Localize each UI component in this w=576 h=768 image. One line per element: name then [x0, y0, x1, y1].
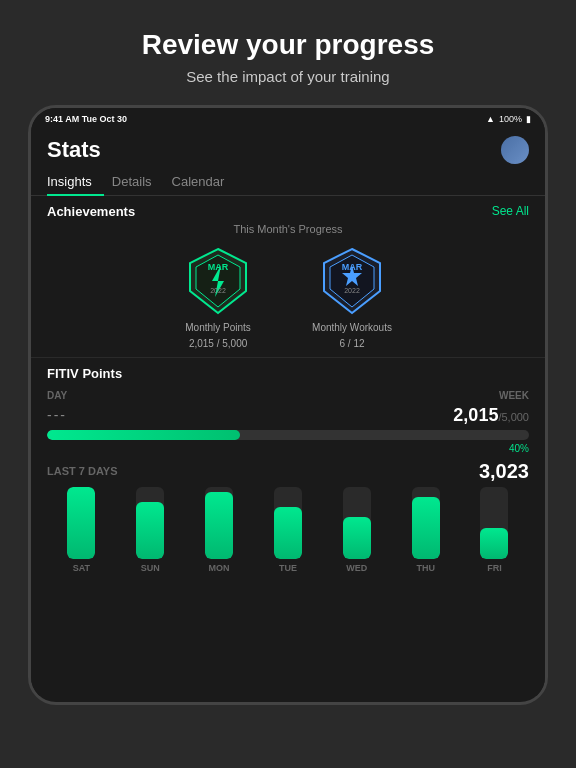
badges-row: MAR 2022 Monthly Points 2,015 / 5,000 MA… [31, 241, 545, 357]
status-icons: ▲ 100% ▮ [486, 114, 531, 124]
bar-col-tue: TUE [274, 487, 302, 573]
week-points: 2,015 [453, 405, 498, 425]
week-points-group: 2,015/5,000 [453, 405, 529, 426]
week-label: WEEK [499, 390, 529, 401]
tabs-bar: Insights Details Calendar [31, 168, 545, 196]
app-title: Stats [47, 137, 101, 163]
tab-calendar[interactable]: Calendar [172, 168, 237, 195]
svg-text:MAR: MAR [342, 262, 363, 272]
last7-value: 3,023 [479, 460, 529, 483]
progress-bar-container [47, 430, 529, 440]
bar-day-label-wed: WED [346, 563, 367, 573]
badge-monthly-points[interactable]: MAR 2022 Monthly Points 2,015 / 5,000 [184, 245, 252, 349]
badge-monthly-workouts[interactable]: MAR 2022 Monthly Workouts 6 / 12 [312, 245, 392, 349]
badge-2-label: Monthly Workouts [312, 321, 392, 334]
tab-insights[interactable]: Insights [47, 168, 104, 195]
last7-label: LAST 7 DAYS [47, 465, 118, 477]
svg-text:2022: 2022 [210, 287, 226, 294]
fitiv-header: FITIV Points [31, 357, 545, 386]
badge-shape-2: MAR 2022 [318, 245, 386, 317]
device-frame: 9:41 AM Tue Oct 30 ▲ 100% ▮ Stats Insigh… [28, 105, 548, 705]
tab-details[interactable]: Details [112, 168, 164, 195]
bar-col-sun: SUN [136, 487, 164, 573]
bar-col-wed: WED [343, 487, 371, 573]
promo-subtitle: See the impact of your training [20, 68, 556, 85]
bar-chart: SATSUNMONTUEWEDTHUFRI [31, 485, 545, 575]
achievements-title: Achievements [47, 204, 135, 219]
bar-col-thu: THU [412, 487, 440, 573]
dash-row: --- 2,015/5,000 [31, 403, 545, 430]
avatar[interactable] [501, 136, 529, 164]
battery-label: 100% [499, 114, 522, 124]
bar-col-mon: MON [205, 487, 233, 573]
promo-title: Review your progress [20, 28, 556, 62]
bar-col-sat: SAT [67, 487, 95, 573]
last7-row: LAST 7 DAYS 3,023 [31, 454, 545, 485]
svg-text:2022: 2022 [344, 287, 360, 294]
badge-shape-1: MAR 2022 [184, 245, 252, 317]
bar-day-label-mon: MON [209, 563, 230, 573]
bar-day-label-thu: THU [416, 563, 435, 573]
percent-label: 40% [31, 442, 545, 454]
progress-bar-fill [47, 430, 240, 440]
achievements-header: Achievements See All [31, 196, 545, 223]
status-bar: 9:41 AM Tue Oct 30 ▲ 100% ▮ [31, 108, 545, 128]
app-content: Stats Insights Details Calendar Achievem… [31, 128, 545, 696]
badge-1-label: Monthly Points [185, 321, 251, 334]
app-header: Stats [31, 128, 545, 168]
wifi-icon: ▲ [486, 114, 495, 124]
bar-day-label-fri: FRI [487, 563, 502, 573]
status-time: 9:41 AM Tue Oct 30 [45, 114, 127, 124]
see-all-button[interactable]: See All [492, 204, 529, 218]
day-label: DAY [47, 390, 67, 401]
badge-1-value: 2,015 / 5,000 [189, 338, 247, 349]
battery-icon: ▮ [526, 114, 531, 124]
progress-label: This Month's Progress [31, 223, 545, 235]
bar-day-label-sun: SUN [141, 563, 160, 573]
day-week-row: DAY WEEK [31, 386, 545, 403]
badge-2-value: 6 / 12 [339, 338, 364, 349]
fitiv-title: FITIV Points [47, 366, 122, 381]
promo-section: Review your progress See the impact of y… [0, 0, 576, 105]
bar-day-label-tue: TUE [279, 563, 297, 573]
week-total: /5,000 [498, 411, 529, 423]
bar-col-fri: FRI [480, 487, 508, 573]
dash-marks: --- [47, 407, 67, 423]
svg-text:MAR: MAR [208, 262, 229, 272]
bar-day-label-sat: SAT [73, 563, 90, 573]
